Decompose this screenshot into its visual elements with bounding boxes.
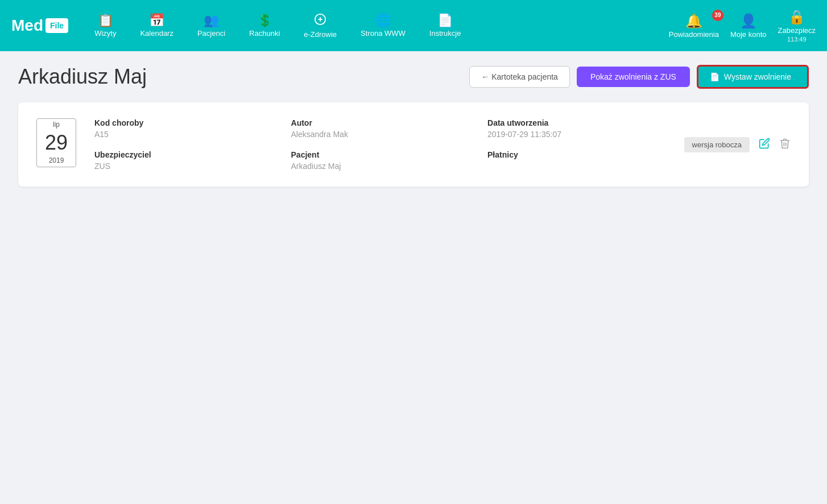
logo-file-box: File [46,18,68,33]
platnicy-label: Płatnicy [487,150,666,159]
date-month: lip [37,119,76,130]
strona-www-icon: 🌐 [375,14,391,27]
wizyty-icon: 📋 [98,14,113,27]
account-label: Moje konto [730,30,767,39]
nav-instrukcje[interactable]: 📄 Instrukcje [420,10,470,42]
nav-ezdrowie-label: e-Zdrowie [304,30,337,39]
edit-icon[interactable] [759,138,770,152]
kod-choroby-label: Kod choroby [94,118,273,127]
nav-rachunki[interactable]: 💲 Rachunki [240,10,289,42]
security-label: Zabezpiecz [778,26,816,35]
rachunki-icon: 💲 [257,14,272,27]
field-platnicy: Płatnicy [487,150,666,171]
date-year: 2019 [37,155,76,167]
field-data-utworzenia: Data utworzenia 2019-07-29 11:35:07 [487,118,666,139]
issue-zwolnienie-button[interactable]: 📄 Wystaw zwolnienie [697,65,809,89]
page-title: Arkadiusz Maj [18,65,469,89]
security-time: 113:49 [787,36,807,43]
autor-label: Autor [291,118,470,127]
date-day: 29 [37,130,76,155]
nav-strona-www-label: Strona WWW [361,29,406,38]
pacjent-label: Pacjent [291,150,470,159]
notifications-label: Powiadomienia [669,30,719,39]
field-kod-choroby: Kod choroby A15 [94,118,273,139]
field-pacjent: Pacjent Arkadiusz Maj [291,150,470,171]
ubezpieczyciel-label: Ubezpieczyciel [94,150,273,159]
kalendarz-icon: 📅 [149,14,164,27]
nav-strona-www[interactable]: 🌐 Strona WWW [352,10,415,42]
status-badge: wersja robocza [684,137,750,152]
kod-choroby-value: A15 [94,130,273,139]
instrukcje-icon: 📄 [437,14,453,27]
delete-icon[interactable] [779,138,791,152]
issue-button-label: Wystaw zwolnienie [724,72,791,81]
nav-pacjenci[interactable]: 👥 Pacjenci [188,10,234,42]
header-actions: ← Kartoteka pacjenta Pokaż zwolnienia z … [469,65,809,89]
navbar: Med File 📋 Wizyty 📅 Kalendarz 👥 Pacjenci… [0,0,827,51]
navbar-right: 39 🔔 Powiadomienia 👤 Moje konto 🔒 Zabezp… [669,9,816,43]
notifications-badge: 39 [712,10,723,21]
pacjent-value: Arkadiusz Maj [291,162,470,171]
page-content: Arkadiusz Maj ← Kartoteka pacjenta Pokaż… [0,51,827,200]
page-header: Arkadiusz Maj ← Kartoteka pacjenta Pokaż… [18,65,809,89]
nav-wizyty-label: Wizyty [94,29,116,38]
record-right: wersja robocza [684,137,791,152]
logo[interactable]: Med File [11,16,68,35]
nav-kalendarz-label: Kalendarz [140,29,173,38]
notifications-button[interactable]: 39 🔔 Powiadomienia [669,13,719,39]
nav-pacjenci-label: Pacjenci [197,29,225,38]
back-to-kartoteka-button[interactable]: ← Kartoteka pacjenta [469,66,570,88]
ubezpieczyciel-value: ZUS [94,162,273,171]
logo-med-text: Med [11,16,43,35]
field-ubezpieczyciel: Ubezpieczyciel ZUS [94,150,273,171]
account-button[interactable]: 👤 Moje konto [730,13,767,39]
field-autor: Autor Aleksandra Mak [291,118,470,139]
document-icon: 📄 [710,72,720,81]
show-zus-button[interactable]: Pokaż zwolnienia z ZUS [577,67,690,87]
record-card: lip 29 2019 Kod choroby A15 Autor Aleksa… [18,102,809,187]
record-fields: Kod choroby A15 Autor Aleksandra Mak Dat… [94,118,666,171]
nav-ezdrowie[interactable]: e-Zdrowie [295,9,346,43]
security-button[interactable]: 🔒 Zabezpiecz 113:49 [778,9,816,43]
date-box: lip 29 2019 [36,118,76,167]
bell-icon: 🔔 [685,13,702,29]
pacjenci-icon: 👥 [204,14,219,27]
nav-items: 📋 Wizyty 📅 Kalendarz 👥 Pacjenci 💲 Rachun… [85,9,669,43]
nav-kalendarz[interactable]: 📅 Kalendarz [131,10,183,42]
data-utworzenia-label: Data utworzenia [487,118,666,127]
nav-instrukcje-label: Instrukcje [429,29,461,38]
nav-rachunki-label: Rachunki [249,29,280,38]
data-utworzenia-value: 2019-07-29 11:35:07 [487,130,666,139]
lock-icon: 🔒 [788,9,805,25]
ezdrowie-icon [314,13,326,28]
nav-wizyty[interactable]: 📋 Wizyty [85,10,125,42]
account-icon: 👤 [740,13,757,29]
autor-value: Aleksandra Mak [291,130,470,139]
